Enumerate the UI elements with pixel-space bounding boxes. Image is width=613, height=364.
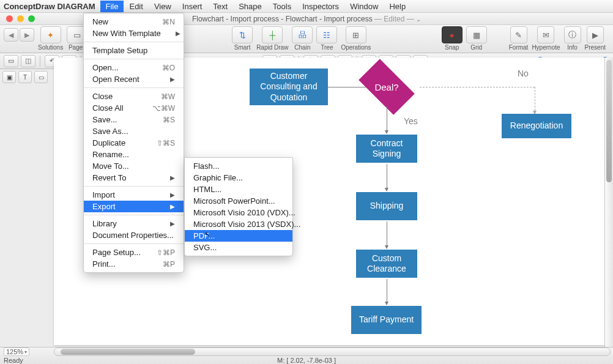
menu-item-label: Close All: [92, 103, 124, 113]
file-menu-item-export[interactable]: Export▶: [84, 201, 184, 212]
minimize-window-button[interactable]: [17, 15, 24, 22]
file-menu-item-import[interactable]: Import▶: [84, 189, 184, 201]
lasso-tool[interactable]: ◫: [21, 55, 35, 67]
text-box-tool[interactable]: T: [18, 71, 32, 83]
menu-window[interactable]: Window: [344, 1, 384, 12]
menu-file[interactable]: File: [100, 1, 124, 12]
menu-item-label: Duplicate: [92, 138, 125, 147]
operations-button[interactable]: ⊞: [346, 26, 366, 43]
node-renegotiation[interactable]: Renegotiation: [502, 114, 571, 138]
shape-tool[interactable]: ▭: [34, 71, 48, 83]
file-menu-item-new-with-template[interactable]: New With Template▶: [84, 28, 184, 39]
file-menu-item-close[interactable]: Close⌘W: [84, 91, 184, 102]
file-menu-item-library[interactable]: Library▶: [84, 218, 184, 229]
menu-item-label: Import: [92, 190, 115, 199]
smart-button[interactable]: ⇅: [232, 26, 253, 43]
present-button[interactable]: ▶: [587, 26, 604, 43]
node-deal[interactable]: Deal?: [352, 66, 421, 108]
menubar: ConceptDraw DIAGRAM File Edit View Inser…: [0, 0, 613, 13]
file-menu-item-open-[interactable]: Open...⌘O: [84, 62, 184, 73]
submenu-arrow-icon: ▶: [155, 76, 175, 83]
snap-button[interactable]: ●: [442, 26, 463, 43]
tb-label: Rapid Draw: [256, 44, 288, 51]
menu-item-shortcut: ⌘W: [146, 92, 175, 101]
export-item-svg-[interactable]: SVG...: [185, 242, 292, 253]
nav-forward-button[interactable]: ▶: [20, 28, 34, 42]
file-menu-item-close-all[interactable]: Close All⌥⌘W: [84, 102, 184, 114]
menu-item-label: Close: [92, 92, 113, 101]
file-menu-item-move-to-[interactable]: Move To...: [84, 160, 184, 172]
deal-label: Deal?: [352, 66, 421, 108]
rapid-draw-button[interactable]: ┼: [262, 26, 283, 43]
menu-item-label: Export: [92, 202, 116, 211]
node-clearance[interactable]: Custom Clearance: [356, 250, 417, 278]
export-item-microsoft-visio-vsdx-[interactable]: Microsoft Visio 2013 (VSDX)...: [185, 218, 292, 230]
menu-text[interactable]: Text: [207, 1, 233, 12]
tb-label: Snap: [445, 44, 459, 51]
file-menu-item-save-[interactable]: Save...⌘S: [84, 114, 184, 125]
edge-label-yes: Yes: [404, 116, 418, 126]
zoom-window-button[interactable]: [28, 15, 35, 22]
menu-edit[interactable]: Edit: [124, 1, 148, 12]
submenu-arrow-icon: ▶: [155, 174, 175, 181]
solutions-button[interactable]: ✦: [40, 26, 61, 43]
file-menu-item-new[interactable]: New⌘N: [84, 16, 184, 28]
export-item-microsoft-visio-vdx-[interactable]: Microsoft Visio 2010 (VDX)...: [185, 207, 292, 218]
file-menu-item-template-setup[interactable]: Template Setup: [84, 45, 184, 56]
export-item-graphic-file-[interactable]: Graphic File...: [185, 172, 292, 184]
menu-view[interactable]: View: [149, 1, 177, 12]
file-menu-item-rename-[interactable]: Rename...: [84, 149, 184, 160]
tb-present-group: ▶ Present: [585, 26, 606, 51]
submenu-arrow-icon: ▶: [155, 220, 175, 227]
export-submenu: Flash...Graphic File...HTML...Microsoft …: [184, 157, 293, 256]
export-item-microsoft-powerpoint-[interactable]: Microsoft PowerPoint...: [185, 195, 292, 207]
tb-label: Info: [567, 44, 578, 51]
menu-shape[interactable]: Shape: [233, 1, 267, 12]
file-menu-item-document-properties-[interactable]: Document Properties...: [84, 229, 184, 241]
menu-item-label: Document Properties...: [92, 231, 174, 240]
vertical-scrollbar[interactable]: [604, 58, 613, 347]
menu-item-label: Move To...: [92, 162, 129, 171]
hypernote-button[interactable]: ✉: [537, 26, 554, 43]
select-tool[interactable]: ▣: [2, 71, 16, 83]
info-button[interactable]: ⓘ: [564, 26, 581, 43]
tb-label: Format: [509, 44, 529, 51]
nav-back-forward: ◀ ▶: [4, 28, 34, 42]
tb-solutions-group: ✦ Solutions: [38, 26, 63, 51]
tb-smart-group: ⇅ Smart: [232, 26, 253, 51]
node-shipping[interactable]: Shipping: [356, 192, 417, 220]
file-menu-item-print-[interactable]: Print...⌘P: [84, 258, 184, 270]
menu-item-label: HTML...: [193, 185, 221, 194]
menu-item-shortcut: ⌘P: [148, 260, 175, 269]
menu-help[interactable]: Help: [384, 1, 411, 12]
node-consulting[interactable]: Customer Consulting and Quotation: [250, 69, 328, 105]
node-contract[interactable]: Contract Signing: [356, 135, 417, 163]
node-tariff[interactable]: Tariff Payment: [351, 306, 422, 334]
nav-back-button[interactable]: ◀: [4, 28, 18, 42]
menu-item-label: Flash...: [193, 162, 220, 171]
grid-button[interactable]: ▦: [466, 26, 487, 43]
file-menu-item-duplicate[interactable]: Duplicate⇧⌘S: [84, 137, 184, 149]
menu-inspectors[interactable]: Inspectors: [297, 1, 344, 12]
file-menu-item-revert-to[interactable]: Revert To▶: [84, 172, 184, 184]
tree-button[interactable]: ☷: [316, 26, 337, 43]
app-name: ConceptDraw DIAGRAM: [4, 2, 95, 11]
file-menu-item-save-as-[interactable]: Save As...: [84, 125, 184, 137]
menu-insert[interactable]: Insert: [177, 1, 208, 12]
file-menu-item-open-recent[interactable]: Open Recent▶: [84, 73, 184, 85]
close-window-button[interactable]: [6, 15, 13, 22]
pointer-tool[interactable]: ▭: [4, 55, 18, 67]
submenu-arrow-icon: ▶: [155, 191, 175, 198]
edge-deal-contract: [387, 106, 387, 133]
mouse-cursor-icon: ↖: [204, 231, 210, 239]
export-item-pdf-[interactable]: PDF...↖: [185, 230, 292, 242]
format-button[interactable]: ✎: [510, 26, 527, 43]
chain-button[interactable]: 品: [292, 26, 313, 43]
horizontal-scrollbar[interactable]: [54, 347, 611, 356]
export-item-html-[interactable]: HTML...: [185, 184, 292, 195]
menu-tools[interactable]: Tools: [267, 1, 297, 12]
export-item-flash-[interactable]: Flash...: [185, 160, 292, 172]
zoom-readout[interactable]: 125% ▾: [4, 347, 29, 356]
file-menu-item-page-setup-[interactable]: Page Setup...⇧⌘P: [84, 247, 184, 258]
menu-item-shortcut: ⌥⌘W: [138, 104, 175, 113]
